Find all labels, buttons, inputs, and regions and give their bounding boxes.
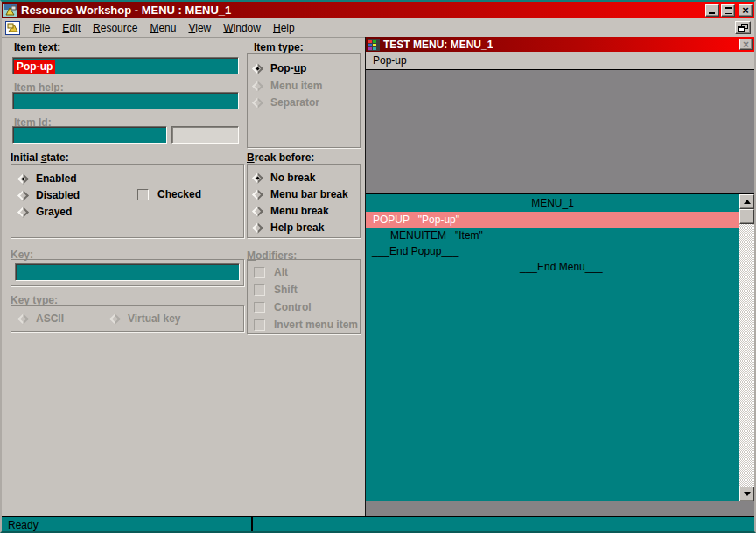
radio-diamond-icon — [252, 97, 263, 109]
checkbox-checked[interactable]: Checked — [137, 187, 201, 201]
test-menu-window: TEST MENU: MENU_1 × Pop-up MENU_1 POPUP … — [365, 37, 754, 516]
maximize-button[interactable] — [721, 4, 735, 17]
checkbox-icon — [254, 267, 265, 278]
radio-diamond-icon — [109, 313, 121, 325]
break-before-label: Break before: — [247, 151, 314, 164]
radio-diamond-icon — [18, 190, 29, 201]
menu-bar: File Edit Resource Menu View Window Help — [2, 18, 754, 38]
outline-row-menuitem[interactable]: MENUITEM "Item" — [366, 228, 739, 243]
minimize-icon — [709, 12, 715, 14]
test-menu-title: TEST MENU: MENU_1 — [383, 39, 739, 51]
menu-item-menu[interactable]: Menu — [144, 19, 182, 37]
radio-diamond-icon — [252, 206, 263, 217]
title-bar: Resource Workshop - MENU : MENU_1 × — [2, 2, 754, 18]
checkbox-control[interactable]: Control — [254, 300, 312, 314]
menu-item-view[interactable]: View — [182, 19, 217, 37]
status-bar: Ready — [2, 516, 754, 531]
close-icon: × — [743, 40, 749, 49]
checkbox-icon — [254, 319, 265, 331]
checkbox-icon — [254, 302, 265, 313]
radio-menu-bar-break[interactable]: Menu bar break — [254, 187, 348, 201]
radio-diamond-icon — [252, 172, 263, 184]
radio-menu-item[interactable]: Menu item — [254, 79, 322, 93]
test-menu-close-button[interactable]: × — [739, 39, 752, 50]
radio-separator[interactable]: Separator — [254, 95, 319, 109]
vertical-scrollbar-thumb[interactable] — [739, 209, 754, 224]
outline-row-end-menu[interactable]: ___End Menu___ — [366, 259, 739, 275]
radio-grayed[interactable]: Grayed — [19, 205, 72, 219]
checkbox-icon — [137, 189, 149, 200]
checkbox-invert-menu-item[interactable]: Invert menu item — [254, 318, 358, 332]
menu-item-file[interactable]: File — [27, 19, 56, 37]
status-divider — [251, 517, 253, 531]
menu-item-resource[interactable]: Resource — [87, 19, 144, 37]
maximize-icon — [724, 7, 732, 14]
app-icon[interactable] — [4, 4, 18, 17]
test-menu-client-area — [366, 70, 754, 193]
outline-header: MENU_1 — [366, 197, 739, 212]
checkbox-shift[interactable]: Shift — [254, 283, 298, 297]
dialog-panel: Item text: Pop-up Item help: Item Id: In… — [2, 38, 365, 516]
close-button[interactable]: × — [738, 4, 752, 17]
radio-virtual-key[interactable]: Virtual key — [111, 312, 180, 326]
item-text-selection: Pop-up — [14, 60, 55, 74]
test-menu-item-pop-up[interactable]: Pop-up — [366, 53, 414, 68]
test-menu-icon[interactable] — [368, 39, 380, 50]
minimize-button[interactable] — [705, 4, 719, 17]
item-text-label: Item text: — [14, 41, 60, 53]
radio-diamond-icon — [252, 63, 263, 74]
menu-item-help[interactable]: Help — [267, 19, 301, 37]
document-icon[interactable] — [5, 21, 20, 35]
radio-diamond-icon — [18, 173, 29, 185]
radio-diamond-icon — [252, 222, 263, 234]
test-menu-menubar: Pop-up — [366, 52, 754, 70]
down-arrow-icon — [744, 492, 751, 496]
status-text: Ready — [8, 519, 38, 531]
outline-row-end-popup[interactable]: ___End Popup___ — [366, 243, 739, 259]
scroll-up-button[interactable] — [739, 194, 754, 209]
radio-pop-up[interactable]: Pop-up — [254, 61, 306, 75]
vertical-scrollbar[interactable] — [739, 194, 754, 501]
radio-diamond-icon — [252, 189, 263, 200]
item-id-aux-box — [172, 126, 239, 144]
app-window: Resource Workshop - MENU : MENU_1 × File… — [0, 0, 756, 533]
outline-row-popup[interactable]: POPUP "Pop-up" — [366, 212, 739, 228]
initial-state-label: Initial state: — [10, 151, 69, 164]
radio-enabled[interactable]: Enabled — [19, 172, 77, 186]
radio-no-break[interactable]: No break — [254, 171, 315, 185]
test-menu-title-bar: TEST MENU: MENU_1 × — [366, 37, 754, 52]
radio-diamond-icon — [18, 207, 29, 218]
radio-menu-break[interactable]: Menu break — [254, 204, 329, 218]
scroll-down-button[interactable] — [739, 487, 754, 501]
mdi-restore-button[interactable] — [735, 21, 751, 34]
window-title: Resource Workshop - MENU : MENU_1 — [21, 4, 705, 17]
radio-ascii[interactable]: ASCII — [19, 312, 64, 326]
menu-item-window[interactable]: Window — [217, 19, 267, 37]
item-help-input[interactable] — [12, 92, 239, 109]
close-icon: × — [742, 6, 749, 15]
radio-help-break[interactable]: Help break — [254, 221, 324, 235]
checkbox-icon — [254, 284, 265, 296]
radio-diamond-icon — [18, 313, 29, 325]
up-arrow-icon — [744, 200, 751, 204]
outline-panel: MENU_1 POPUP "Pop-up" MENUITEM "Item" __… — [366, 193, 754, 501]
key-input[interactable] — [15, 263, 240, 281]
item-id-input[interactable] — [12, 126, 167, 144]
item-type-label: Item type: — [254, 41, 304, 53]
key-type-label: Key type: — [10, 294, 58, 306]
radio-disabled[interactable]: Disabled — [19, 188, 80, 202]
radio-diamond-icon — [252, 81, 263, 92]
item-text-input[interactable]: Pop-up — [12, 57, 239, 74]
checkbox-alt[interactable]: Alt — [254, 265, 288, 279]
menu-item-edit[interactable]: Edit — [56, 19, 87, 37]
